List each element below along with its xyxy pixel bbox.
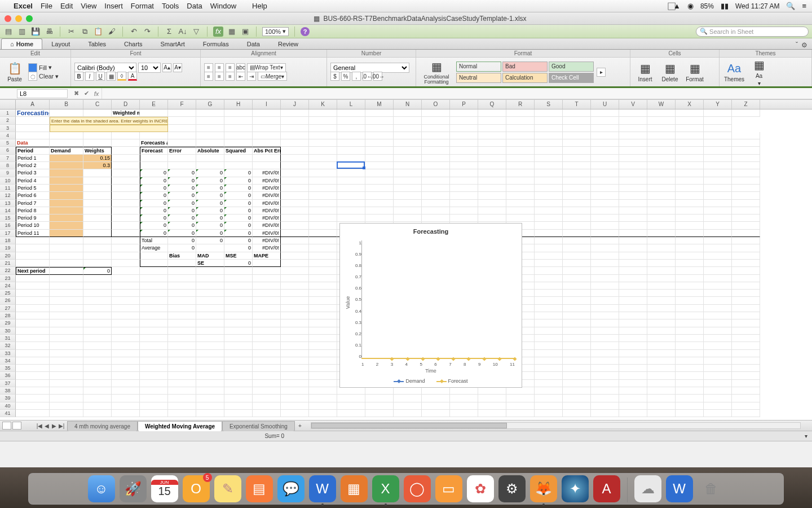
cell-Z2[interactable] [704, 117, 732, 124]
cell-X26[interactable] [676, 297, 704, 304]
cell-W24[interactable] [647, 282, 676, 290]
cell-V9[interactable] [619, 169, 647, 177]
fill-button[interactable]: Fill [39, 64, 47, 71]
cell-P8[interactable] [450, 162, 478, 169]
cell-H14[interactable]: 0 [224, 207, 253, 214]
cell-E40[interactable] [140, 402, 168, 410]
cell-T20[interactable] [563, 252, 591, 260]
cell-Z41[interactable] [732, 410, 760, 417]
cell-Q11[interactable] [478, 185, 506, 192]
cell-S5[interactable] [535, 139, 563, 147]
cell-D32[interactable] [112, 342, 140, 349]
align-right-icon[interactable]: ≡ [226, 72, 235, 81]
cell-Z7[interactable] [732, 155, 760, 162]
cell-A32[interactable] [16, 342, 50, 349]
cell-C12[interactable] [83, 192, 112, 199]
cell-Y35[interactable] [704, 365, 732, 372]
cell-A15[interactable]: Period 9 [16, 214, 50, 222]
cell-G37[interactable] [196, 380, 224, 387]
cell-D16[interactable] [112, 222, 140, 229]
cell-T32[interactable] [563, 342, 591, 349]
row-header-32[interactable]: 32 [0, 342, 16, 349]
spreadsheet[interactable]: ABCDEFGHIJKLMNOPQRSTUVWXYZ 1ForecastingW… [0, 99, 812, 420]
fx-icon[interactable]: fx [213, 27, 223, 37]
paste-icon[interactable]: 📋 [93, 27, 103, 37]
cell-K25[interactable] [309, 290, 337, 297]
cell-W25[interactable] [647, 290, 676, 297]
cell-X21[interactable] [676, 260, 704, 267]
cell-W34[interactable] [647, 357, 676, 365]
cell-Y16[interactable] [704, 222, 732, 229]
cell-B32[interactable] [50, 342, 83, 349]
dock-powerpoint-icon[interactable]: ◯ [404, 475, 431, 502]
cell-F32[interactable] [168, 342, 196, 349]
cell-N5[interactable] [394, 139, 422, 147]
tab-tables[interactable]: Tables [79, 38, 115, 49]
cell-A23[interactable] [16, 275, 50, 282]
cell-Q4[interactable] [478, 132, 506, 139]
cell-Y15[interactable] [704, 214, 732, 222]
cell-Y21[interactable] [704, 260, 732, 267]
cell-S25[interactable] [535, 290, 563, 297]
cell-N4[interactable] [394, 132, 422, 139]
cell-W19[interactable] [647, 244, 676, 252]
cell-H20[interactable]: MSE [224, 252, 253, 260]
cell-L7[interactable] [337, 155, 365, 162]
cell-K2[interactable] [281, 117, 309, 124]
cell-S12[interactable] [535, 192, 563, 199]
cell-N2[interactable] [365, 117, 394, 124]
row-header-33[interactable]: 33 [0, 350, 16, 357]
cell-W26[interactable] [647, 297, 676, 304]
cell-F5[interactable] [168, 139, 196, 147]
window-close-button[interactable] [5, 15, 11, 22]
redo-icon[interactable]: ↷ [142, 27, 152, 37]
cell-A31[interactable] [16, 335, 50, 342]
font-name-select[interactable]: Calibri (Body) [74, 63, 136, 73]
cell-W28[interactable] [647, 312, 676, 319]
fx-button[interactable]: fx [91, 90, 102, 97]
cell-R39[interactable] [506, 395, 535, 402]
cell-H33[interactable] [224, 350, 253, 357]
cell-X41[interactable] [676, 410, 704, 417]
cell-V3[interactable] [591, 125, 619, 132]
cell-R1[interactable] [506, 110, 535, 117]
cell-S19[interactable] [535, 244, 563, 252]
cell-Z22[interactable] [732, 267, 760, 274]
cell-Z40[interactable] [732, 402, 760, 410]
cell-W36[interactable] [647, 372, 676, 379]
cell-U6[interactable] [591, 147, 619, 154]
merge-button[interactable]: ▭ Merge ▾ [258, 72, 287, 81]
cell-K30[interactable] [309, 327, 337, 335]
cell-F14[interactable]: 0 [168, 207, 196, 214]
cell-W15[interactable] [647, 214, 676, 222]
cell-H32[interactable] [224, 342, 253, 349]
cell-D37[interactable] [112, 380, 140, 387]
cell-K12[interactable] [309, 192, 337, 199]
cell-O3[interactable] [394, 125, 422, 132]
cell-H36[interactable] [224, 372, 253, 379]
cell-U41[interactable] [591, 410, 619, 417]
cell-V8[interactable] [619, 162, 647, 169]
cell-T23[interactable] [563, 275, 591, 282]
view-normal-icon[interactable] [2, 422, 11, 430]
dock-firefox-icon[interactable]: 🦊 [530, 475, 557, 502]
cell-P14[interactable] [450, 207, 478, 214]
insert-cells-button[interactable]: ▦Insert [634, 62, 656, 82]
cell-M11[interactable] [365, 185, 394, 192]
cell-T27[interactable] [563, 305, 591, 312]
cell-U22[interactable] [591, 267, 619, 274]
cell-G39[interactable] [196, 395, 224, 402]
cell-I30[interactable] [253, 327, 281, 335]
cell-E16[interactable]: 0 [140, 222, 168, 229]
cell-Y3[interactable] [676, 125, 704, 132]
row-header-9[interactable]: 9 [0, 169, 16, 177]
cell-W4[interactable] [647, 132, 676, 139]
cell-X18[interactable] [676, 237, 704, 244]
cell-G32[interactable] [196, 342, 224, 349]
col-header-P[interactable]: P [450, 100, 478, 109]
tab-smartart[interactable]: SmartArt [151, 38, 193, 49]
cell-Y18[interactable] [704, 237, 732, 244]
cell-A37[interactable] [16, 380, 50, 387]
cell-F39[interactable] [168, 395, 196, 402]
cell-Q15[interactable] [478, 214, 506, 222]
